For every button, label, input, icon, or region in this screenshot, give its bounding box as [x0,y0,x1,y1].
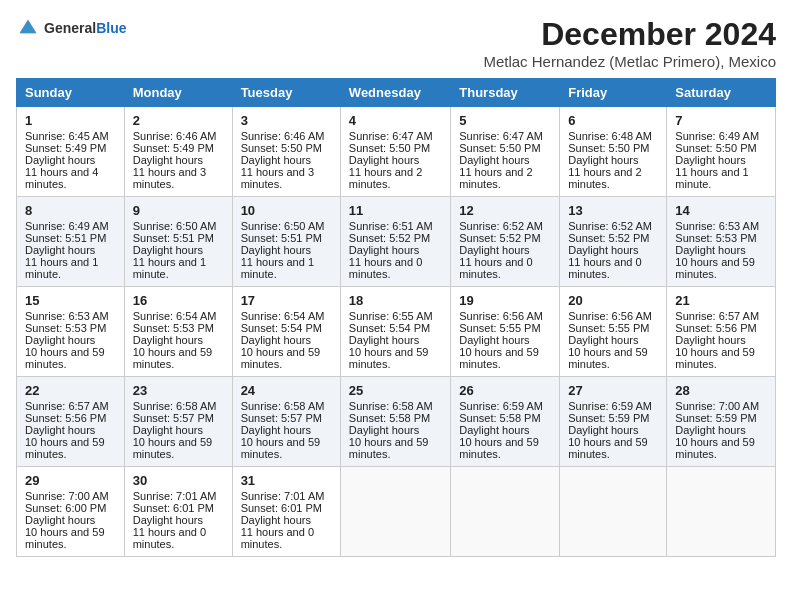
daylight-label: Daylight hours [675,424,745,436]
calendar-cell: 11 Sunrise: 6:51 AM Sunset: 5:52 PM Dayl… [340,197,450,287]
sunset-label: Sunset: 5:58 PM [459,412,540,424]
day-number: 28 [675,383,767,398]
calendar-cell: 22 Sunrise: 6:57 AM Sunset: 5:56 PM Dayl… [17,377,125,467]
sunset-label: Sunset: 5:55 PM [568,322,649,334]
daylight-label: Daylight hours [25,244,95,256]
calendar-cell: 21 Sunrise: 6:57 AM Sunset: 5:56 PM Dayl… [667,287,776,377]
day-number: 1 [25,113,116,128]
daylight-label: Daylight hours [349,424,419,436]
daylight-label: Daylight hours [241,334,311,346]
calendar-cell: 25 Sunrise: 6:58 AM Sunset: 5:58 PM Dayl… [340,377,450,467]
calendar-cell: 18 Sunrise: 6:55 AM Sunset: 5:54 PM Dayl… [340,287,450,377]
sunset-label: Sunset: 5:56 PM [25,412,106,424]
daylight-value: 11 hours and 2 minutes. [349,166,422,190]
logo-text: GeneralBlue [44,19,126,37]
day-number: 11 [349,203,442,218]
calendar-cell: 12 Sunrise: 6:52 AM Sunset: 5:52 PM Dayl… [451,197,560,287]
calendar-cell: 2 Sunrise: 6:46 AM Sunset: 5:49 PM Dayli… [124,107,232,197]
daylight-value: 11 hours and 0 minutes. [241,526,314,550]
daylight-label: Daylight hours [459,244,529,256]
sunset-label: Sunset: 5:53 PM [675,232,756,244]
sunrise-label: Sunrise: 6:58 AM [349,400,433,412]
sunset-label: Sunset: 5:50 PM [459,142,540,154]
daylight-label: Daylight hours [133,154,203,166]
daylight-label: Daylight hours [675,244,745,256]
day-number: 12 [459,203,551,218]
calendar-cell: 6 Sunrise: 6:48 AM Sunset: 5:50 PM Dayli… [560,107,667,197]
sunset-label: Sunset: 5:55 PM [459,322,540,334]
calendar-week-2: 8 Sunrise: 6:49 AM Sunset: 5:51 PM Dayli… [17,197,776,287]
day-number: 31 [241,473,332,488]
sunrise-label: Sunrise: 6:46 AM [133,130,217,142]
sunset-label: Sunset: 5:51 PM [25,232,106,244]
daylight-value: 10 hours and 59 minutes. [675,256,755,280]
calendar-cell: 7 Sunrise: 6:49 AM Sunset: 5:50 PM Dayli… [667,107,776,197]
sunrise-label: Sunrise: 6:45 AM [25,130,109,142]
daylight-label: Daylight hours [25,514,95,526]
column-header-sunday: Sunday [17,79,125,107]
daylight-value: 10 hours and 59 minutes. [241,346,321,370]
daylight-value: 10 hours and 59 minutes. [675,436,755,460]
calendar-cell: 3 Sunrise: 6:46 AM Sunset: 5:50 PM Dayli… [232,107,340,197]
day-number: 2 [133,113,224,128]
day-number: 6 [568,113,658,128]
daylight-value: 11 hours and 1 minute. [133,256,206,280]
calendar-cell: 8 Sunrise: 6:49 AM Sunset: 5:51 PM Dayli… [17,197,125,287]
sunset-label: Sunset: 5:52 PM [568,232,649,244]
daylight-label: Daylight hours [241,514,311,526]
daylight-label: Daylight hours [349,244,419,256]
sunset-label: Sunset: 5:49 PM [133,142,214,154]
day-number: 10 [241,203,332,218]
sunset-label: Sunset: 5:50 PM [568,142,649,154]
calendar-cell: 19 Sunrise: 6:56 AM Sunset: 5:55 PM Dayl… [451,287,560,377]
daylight-label: Daylight hours [241,154,311,166]
daylight-label: Daylight hours [133,244,203,256]
sunset-label: Sunset: 5:49 PM [25,142,106,154]
day-number: 4 [349,113,442,128]
day-number: 24 [241,383,332,398]
calendar-cell: 10 Sunrise: 6:50 AM Sunset: 5:51 PM Dayl… [232,197,340,287]
day-number: 9 [133,203,224,218]
calendar-cell: 23 Sunrise: 6:58 AM Sunset: 5:57 PM Dayl… [124,377,232,467]
daylight-label: Daylight hours [25,424,95,436]
sunset-label: Sunset: 6:01 PM [241,502,322,514]
sunset-label: Sunset: 5:50 PM [241,142,322,154]
sunrise-label: Sunrise: 6:50 AM [133,220,217,232]
daylight-label: Daylight hours [568,244,638,256]
calendar-cell [667,467,776,557]
sunset-label: Sunset: 5:54 PM [349,322,430,334]
sunrise-label: Sunrise: 6:47 AM [459,130,543,142]
month-title: December 2024 [483,16,776,53]
sunset-label: Sunset: 5:53 PM [133,322,214,334]
logo-general: General [44,20,96,36]
daylight-value: 10 hours and 59 minutes. [133,346,213,370]
day-number: 14 [675,203,767,218]
day-number: 22 [25,383,116,398]
sunrise-label: Sunrise: 7:01 AM [133,490,217,502]
sunrise-label: Sunrise: 6:46 AM [241,130,325,142]
sunset-label: Sunset: 5:54 PM [241,322,322,334]
sunrise-label: Sunrise: 6:49 AM [25,220,109,232]
daylight-value: 10 hours and 59 minutes. [241,436,321,460]
day-number: 20 [568,293,658,308]
logo-blue: Blue [96,20,126,36]
calendar-cell: 1 Sunrise: 6:45 AM Sunset: 5:49 PM Dayli… [17,107,125,197]
daylight-value: 11 hours and 2 minutes. [568,166,641,190]
daylight-value: 10 hours and 59 minutes. [25,526,105,550]
calendar-cell: 20 Sunrise: 6:56 AM Sunset: 5:55 PM Dayl… [560,287,667,377]
daylight-value: 10 hours and 59 minutes. [349,346,429,370]
sunrise-label: Sunrise: 6:55 AM [349,310,433,322]
day-number: 21 [675,293,767,308]
sunrise-label: Sunrise: 6:51 AM [349,220,433,232]
day-number: 16 [133,293,224,308]
calendar-cell: 28 Sunrise: 7:00 AM Sunset: 5:59 PM Dayl… [667,377,776,467]
calendar-week-3: 15 Sunrise: 6:53 AM Sunset: 5:53 PM Dayl… [17,287,776,377]
daylight-value: 10 hours and 59 minutes. [459,346,539,370]
calendar-table: SundayMondayTuesdayWednesdayThursdayFrid… [16,78,776,557]
sunrise-label: Sunrise: 6:54 AM [133,310,217,322]
calendar-cell: 5 Sunrise: 6:47 AM Sunset: 5:50 PM Dayli… [451,107,560,197]
day-number: 18 [349,293,442,308]
daylight-value: 11 hours and 3 minutes. [241,166,314,190]
day-number: 30 [133,473,224,488]
daylight-value: 11 hours and 4 minutes. [25,166,98,190]
